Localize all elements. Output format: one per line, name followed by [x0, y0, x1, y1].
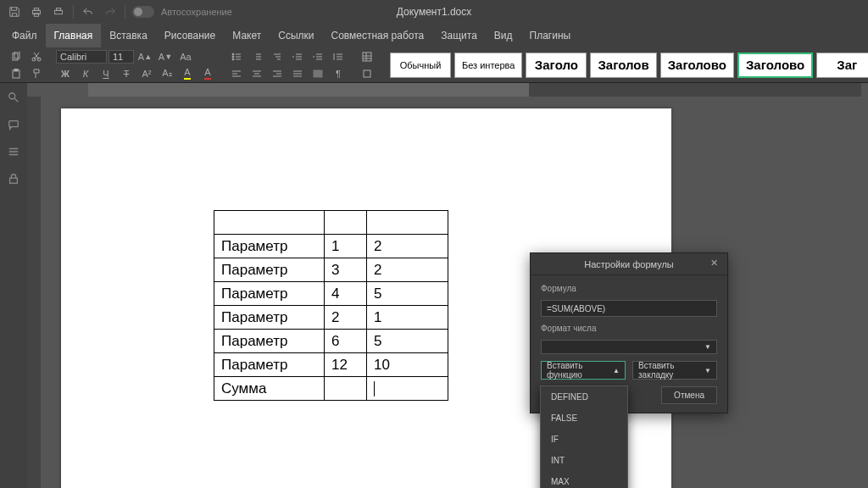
quickprint-icon[interactable]: [51, 4, 66, 19]
horizontal-ruler[interactable]: [27, 83, 868, 97]
number-format-select[interactable]: ▼: [541, 340, 717, 354]
redo-icon[interactable]: [103, 4, 118, 19]
ribbon-toolbar: A▲ A▼ Aa Ж К Ч T A² A₂ A A: [0, 47, 868, 83]
inc-indent-icon[interactable]: [309, 49, 327, 64]
menu-макет[interactable]: Макет: [224, 24, 270, 47]
table-cell[interactable]: 6: [325, 330, 367, 353]
strike-icon[interactable]: T: [117, 66, 136, 81]
cancel-button[interactable]: Отмена: [661, 386, 717, 404]
multilevel-icon[interactable]: [268, 49, 287, 64]
font-color-icon[interactable]: A: [198, 66, 217, 81]
table-cell[interactable]: Параметр: [214, 282, 325, 306]
lock-icon[interactable]: [6, 171, 21, 186]
table-cell[interactable]: 5: [367, 330, 448, 353]
dropdown-item-max[interactable]: MAX: [541, 471, 627, 488]
table-cell[interactable]: 10: [367, 353, 448, 377]
pilcrow-icon[interactable]: ¶: [329, 66, 348, 81]
font-name-select[interactable]: [56, 50, 107, 64]
table-cell[interactable]: 3: [325, 258, 367, 282]
style-2[interactable]: Заголо: [526, 53, 587, 78]
bullets-icon[interactable]: [227, 49, 246, 64]
insert-table-icon[interactable]: [358, 49, 376, 64]
table-cell[interactable]: Сумма: [214, 377, 325, 401]
dropdown-item-defined[interactable]: DEFINED: [541, 386, 627, 408]
table-cell[interactable]: Параметр: [214, 353, 325, 377]
numbering-icon[interactable]: [248, 49, 266, 64]
table-cell[interactable]: [367, 377, 448, 401]
headings-icon[interactable]: [6, 144, 21, 159]
italic-icon[interactable]: К: [76, 66, 95, 81]
menu-вид[interactable]: Вид: [486, 24, 521, 47]
insert-function-select[interactable]: Вставить функцию▲: [541, 361, 626, 380]
menu-файл[interactable]: Файл: [3, 24, 46, 47]
table-cell[interactable]: [214, 211, 325, 235]
table-cell[interactable]: [367, 211, 448, 235]
styles-gallery[interactable]: ОбычныйБез интерваЗаголоЗаголовЗаголовоЗ…: [390, 53, 868, 78]
close-icon[interactable]: ✕: [710, 258, 722, 269]
change-case-icon[interactable]: Aa: [176, 49, 195, 64]
align-right-icon[interactable]: [268, 66, 287, 81]
table-cell[interactable]: [325, 377, 367, 401]
table-cell[interactable]: 12: [325, 353, 367, 377]
justify-icon[interactable]: [288, 66, 307, 81]
table-cell[interactable]: Параметр: [214, 306, 325, 330]
menu-рисование[interactable]: Рисование: [156, 24, 224, 47]
style-6[interactable]: Заг: [816, 53, 868, 78]
menu-плагины[interactable]: Плагины: [521, 24, 580, 47]
align-center-icon[interactable]: [248, 66, 266, 81]
svg-point-17: [9, 93, 15, 99]
paste-icon[interactable]: [7, 66, 25, 81]
style-4[interactable]: Заголово: [660, 53, 734, 78]
font-size-select[interactable]: [108, 50, 134, 64]
dropdown-item-if[interactable]: IF: [541, 429, 627, 450]
insert-bookmark-select[interactable]: Вставить закладку▼: [632, 361, 717, 380]
table-cell[interactable]: 2: [367, 235, 448, 258]
decrease-font-icon[interactable]: A▼: [156, 49, 175, 64]
table-cell[interactable]: 2: [367, 258, 448, 282]
document-canvas: Параметр12Параметр32Параметр45Параметр21…: [27, 97, 868, 488]
style-5[interactable]: Заголово: [737, 53, 813, 78]
increase-font-icon[interactable]: A▲: [136, 49, 154, 64]
table-cell[interactable]: Параметр: [214, 330, 325, 353]
subscript-icon[interactable]: A₂: [158, 66, 176, 81]
insert-shape-icon[interactable]: [358, 66, 376, 81]
highlight-icon[interactable]: A: [178, 66, 197, 81]
style-3[interactable]: Заголов: [590, 53, 656, 78]
style-1[interactable]: Без интерва: [454, 53, 522, 78]
menu-вставка[interactable]: Вставка: [101, 24, 156, 47]
document-table[interactable]: Параметр12Параметр32Параметр45Параметр21…: [214, 210, 448, 401]
table-cell[interactable]: 4: [325, 282, 367, 306]
table-cell[interactable]: 1: [367, 306, 448, 330]
save-icon[interactable]: [7, 4, 22, 19]
style-0[interactable]: Обычный: [390, 53, 451, 78]
line-spacing-icon[interactable]: [329, 49, 348, 64]
table-cell[interactable]: 2: [325, 306, 367, 330]
table-cell[interactable]: 5: [367, 282, 448, 306]
menu-совместная работа[interactable]: Совместная работа: [322, 24, 432, 47]
format-painter-icon[interactable]: [27, 66, 46, 81]
align-left-icon[interactable]: [227, 66, 246, 81]
superscript-icon[interactable]: A²: [137, 66, 156, 81]
table-cell[interactable]: Параметр: [214, 258, 325, 282]
undo-icon[interactable]: [81, 4, 96, 19]
search-icon[interactable]: [6, 90, 21, 105]
menu-защита[interactable]: Защита: [432, 24, 486, 47]
dropdown-item-int[interactable]: INT: [541, 450, 627, 471]
menu-ссылки[interactable]: Ссылки: [270, 24, 322, 47]
vertical-ruler[interactable]: [27, 97, 41, 488]
dec-indent-icon[interactable]: [288, 49, 307, 64]
table-cell[interactable]: [325, 211, 367, 235]
comments-icon[interactable]: [6, 117, 21, 132]
formula-input[interactable]: [541, 300, 717, 317]
underline-icon[interactable]: Ч: [97, 66, 115, 81]
shading-icon[interactable]: [309, 66, 327, 81]
table-cell[interactable]: Параметр: [214, 235, 325, 258]
table-cell[interactable]: 1: [325, 235, 367, 258]
bold-icon[interactable]: Ж: [56, 66, 75, 81]
print-icon[interactable]: [29, 4, 44, 19]
cut-icon[interactable]: [27, 49, 46, 64]
dropdown-item-false[interactable]: FALSE: [541, 408, 627, 429]
autosave-toggle[interactable]: [132, 6, 154, 18]
copy-icon[interactable]: [7, 49, 25, 64]
menu-главная[interactable]: Главная: [46, 24, 102, 47]
